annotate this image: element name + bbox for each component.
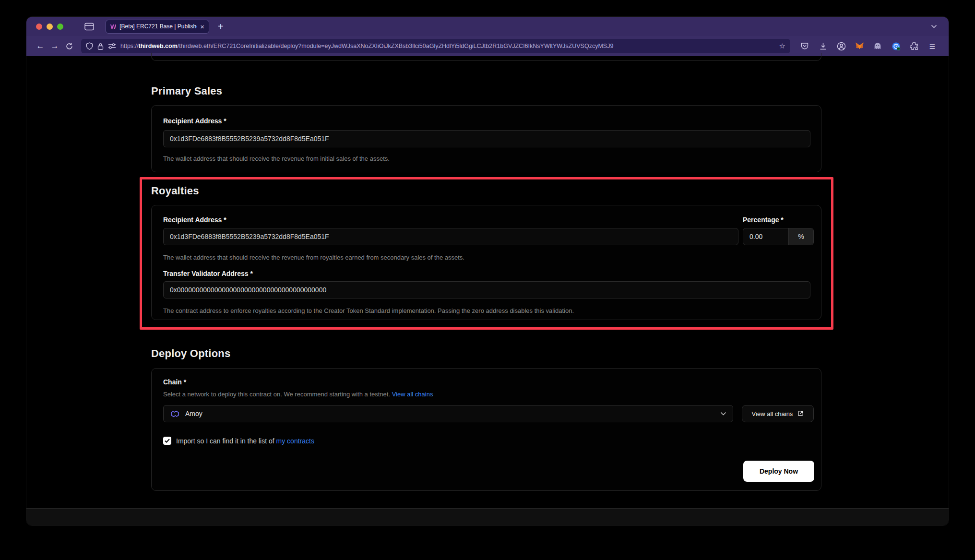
royalty-recipient-help: The wallet address that should receive t… (163, 254, 464, 261)
primary-sales-card: Recipient Address * The wallet address t… (151, 105, 821, 172)
chain-label: Chain * (163, 378, 186, 386)
primary-recipient-input[interactable] (163, 130, 810, 147)
deploy-options-card: Chain * Select a network to deploy this … (151, 368, 821, 491)
phantom-icon[interactable] (872, 40, 883, 52)
tabs-dropdown-icon[interactable] (931, 24, 937, 28)
view-all-chains-link[interactable]: View all chains (392, 391, 433, 398)
external-link-icon (797, 410, 804, 417)
import-checkbox[interactable] (163, 437, 171, 445)
transfer-validator-input[interactable] (163, 281, 810, 298)
thirdweb-favicon-icon: W (110, 23, 116, 30)
close-window-button[interactable] (36, 24, 42, 30)
minimize-window-button[interactable] (47, 24, 53, 30)
metamask-icon[interactable] (854, 40, 865, 52)
tab-bar: W [Beta] ERC721 Base | Published × + (26, 17, 949, 36)
chain-selected-value: Amoy (185, 410, 202, 417)
tab-title: [Beta] ERC721 Base | Published (119, 23, 197, 30)
window-controls (36, 24, 63, 30)
toolbar-extensions: ≡ (799, 40, 938, 52)
royalties-card: Recipient Address * Percentage * % The w… (151, 205, 821, 320)
wallet-extension-icon[interactable] (890, 40, 902, 52)
zoom-window-button[interactable] (57, 24, 63, 30)
download-icon[interactable] (817, 40, 829, 52)
royalty-percentage-label: Percentage * (743, 216, 784, 224)
permissions-icon[interactable] (108, 43, 116, 49)
primary-sales-heading: Primary Sales (151, 85, 222, 97)
bookmark-star-icon[interactable]: ☆ (779, 42, 785, 50)
browser-tab[interactable]: W [Beta] ERC721 Base | Published × (106, 20, 209, 34)
browser-window: W [Beta] ERC721 Base | Published × + ← →… (26, 17, 949, 525)
primary-recipient-label: Recipient Address * (163, 117, 226, 125)
lock-icon[interactable] (97, 43, 104, 50)
royalty-percentage-field: % (743, 228, 814, 245)
view-all-chains-button[interactable]: View all chains (742, 405, 814, 422)
extensions-puzzle-icon[interactable] (908, 40, 920, 52)
close-tab-icon[interactable]: × (200, 23, 204, 30)
import-label: Import so I can find it in the list of m… (176, 437, 314, 445)
primary-recipient-help: The wallet address that should receive t… (163, 155, 390, 162)
my-contracts-link[interactable]: my contracts (276, 437, 314, 445)
import-checkbox-row: Import so I can find it in the list of m… (163, 437, 314, 445)
pocket-icon[interactable] (799, 40, 810, 52)
account-icon[interactable] (835, 40, 847, 52)
royalty-percentage-input[interactable] (743, 228, 788, 245)
transfer-validator-help: The contract address to enforce royaltie… (163, 307, 574, 314)
reload-button[interactable] (62, 39, 76, 53)
firefox-view-icon[interactable] (84, 23, 94, 31)
menu-icon[interactable]: ≡ (927, 40, 938, 52)
url-bar[interactable]: https://thirdweb.com/thirdweb.eth/ERC721… (81, 39, 790, 53)
deploy-options-heading: Deploy Options (151, 347, 230, 360)
transfer-validator-label: Transfer Validator Address * (163, 270, 253, 277)
chevron-down-icon (720, 412, 726, 416)
forward-button[interactable]: → (48, 39, 62, 53)
chain-select[interactable]: Amoy (163, 405, 733, 422)
tracking-shield-icon[interactable] (86, 42, 93, 50)
polygon-chain-icon (170, 409, 180, 419)
royalty-recipient-input[interactable] (163, 228, 738, 245)
page-footer (26, 508, 949, 525)
royalty-recipient-label: Recipient Address * (163, 216, 226, 224)
page-content: Primary Sales Recipient Address * The wa… (26, 56, 949, 525)
new-tab-button[interactable]: + (218, 21, 224, 32)
chain-help: Select a network to deploy this contract… (163, 391, 433, 398)
royalties-heading: Royalties (151, 185, 199, 197)
deploy-now-button[interactable]: Deploy Now (743, 461, 814, 482)
back-button[interactable]: ← (33, 39, 48, 53)
percent-suffix: % (788, 228, 813, 245)
url-text: https://thirdweb.com/thirdweb.eth/ERC721… (120, 43, 775, 49)
previous-card-bottom (151, 53, 821, 61)
